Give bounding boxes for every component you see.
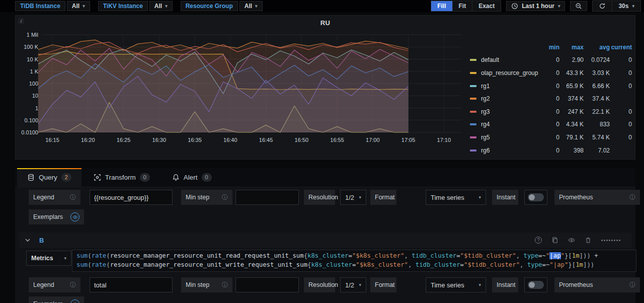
legend-row[interactable]: rg404.34 K8330 — [470, 118, 632, 131]
legend-value-max: 374 K — [559, 95, 584, 102]
x-axis-tick: 17:10 — [437, 137, 451, 143]
legend-value-min: 0 — [540, 121, 559, 128]
collapse-chevron-icon[interactable] — [23, 236, 32, 245]
promql-line[interactable]: sum(rate(resource_manager_resource_unit_… — [76, 261, 632, 270]
tab-count-badge: 0 — [202, 173, 212, 182]
legend-field-label: Legend ⓘ — [29, 190, 80, 205]
exemplars-field-label: Exemplars — [29, 209, 84, 224]
y-axis-tick: 1 K — [30, 68, 38, 74]
series-name[interactable]: olap_resource_group — [479, 69, 540, 77]
legend-header-max[interactable]: max — [559, 44, 584, 51]
refresh-interval-label: 30s — [618, 3, 628, 10]
format-select[interactable]: Time series ▾ — [426, 190, 486, 205]
series-name[interactable]: default — [479, 56, 540, 63]
legend-value-max: 398 — [559, 147, 584, 154]
promql-token: k8s_cluster — [311, 261, 352, 268]
promql-token: resource_manager_resource_unit_read_requ… — [110, 252, 304, 259]
refresh-interval-dropdown[interactable]: 30s ▾ — [612, 1, 640, 11]
tab-transform[interactable]: Transform 0 — [84, 168, 160, 187]
legend-row[interactable]: olap_resource_group043.3 K3.03 K0 — [470, 66, 632, 80]
legend-row[interactable]: rg5079.1 K5.74 K0 — [470, 131, 632, 144]
chevron-down-icon: ▾ — [558, 4, 560, 9]
x-axis-tick: 16:55 — [330, 137, 344, 143]
promql-expression-editor[interactable]: sum(rate(resource_manager_resource_unit_… — [72, 250, 636, 272]
legend-value-min: 0 — [540, 83, 559, 90]
query-a-exemplars-row: Exemplars — [29, 209, 84, 224]
series-color-swatch — [470, 111, 476, 113]
legend-row[interactable]: default02.900.07240 — [470, 54, 632, 67]
legend-value-min: 0 — [540, 134, 559, 141]
hide-query-eye-icon[interactable] — [568, 237, 575, 244]
instant-toggle[interactable] — [524, 190, 547, 205]
legend-row[interactable]: rg30247 K22.1 K0 — [470, 105, 632, 118]
resolution-select[interactable]: 1/2 ▾ — [340, 277, 366, 292]
info-icon[interactable]: ⓘ — [70, 281, 76, 289]
series-name[interactable]: rg2 — [479, 95, 540, 102]
min-step-input[interactable] — [235, 190, 299, 205]
promql-token: ] — [580, 252, 583, 259]
variable-dropdown[interactable]: All ▾ — [67, 1, 90, 11]
legend-value-avg: 22.1 K — [584, 108, 610, 115]
instant-toggle[interactable] — [524, 277, 547, 292]
variable-dropdown[interactable]: All ▾ — [149, 1, 173, 11]
y-axis-tick: 0.0100 — [21, 129, 38, 135]
help-icon[interactable]: ? — [535, 237, 542, 244]
zoom-out-button[interactable] — [570, 1, 587, 11]
promql-token: =~ — [542, 261, 550, 268]
x-axis-tick: 16:40 — [223, 137, 237, 143]
time-range-picker[interactable]: Last 1 hour ▾ — [506, 1, 565, 11]
fit-button[interactable]: Fit — [453, 1, 473, 11]
series-name[interactable]: rg5 — [479, 134, 540, 141]
exact-button[interactable]: Exact — [472, 1, 501, 11]
legend-header-min[interactable]: min — [540, 44, 559, 51]
variable-value: All — [245, 3, 252, 10]
tab-label: Transform — [105, 174, 136, 181]
series-name[interactable]: rg6 — [479, 147, 540, 154]
legend-row[interactable]: rg603987.02 — [470, 144, 632, 157]
legend-value-min: 0 — [540, 108, 559, 115]
series-name[interactable]: rg1 — [479, 83, 540, 90]
resolution-select[interactable]: 1/2 ▾ — [340, 190, 366, 205]
metrics-dropdown-button[interactable]: Metrics ▾ — [26, 251, 71, 266]
format-field-label: Format — [370, 277, 396, 292]
tab-query[interactable]: Query 2 — [17, 168, 82, 187]
chevron-down-icon: ▾ — [165, 4, 168, 9]
legend-input[interactable] — [90, 277, 173, 292]
legend-row[interactable]: rg20374 K37.4 K — [470, 92, 632, 105]
query-b-header[interactable]: B ? — [19, 233, 631, 248]
refresh-button[interactable] — [593, 1, 612, 11]
legend-value-current: 0 — [610, 83, 632, 90]
series-color-swatch — [470, 85, 476, 87]
drag-handle-icon[interactable] — [601, 240, 620, 241]
info-icon[interactable]: ⓘ — [70, 193, 76, 202]
format-select[interactable]: Time series ▾ — [426, 277, 486, 292]
legend-value-avg: 3.03 K — [584, 69, 610, 77]
delete-query-trash-icon[interactable] — [585, 237, 592, 244]
chevron-down-icon: ▾ — [83, 4, 85, 9]
info-icon[interactable]: ⓘ — [222, 193, 228, 202]
min-step-input[interactable] — [235, 277, 299, 292]
series-name[interactable]: rg4 — [479, 121, 540, 128]
info-icon[interactable]: ⓘ — [629, 281, 635, 289]
legend-header-current[interactable]: current — [610, 44, 632, 51]
info-icon[interactable]: ⓘ — [222, 281, 228, 289]
series-name[interactable]: rg3 — [479, 108, 540, 115]
time-series-chart[interactable]: 16:1516:2016:2516:3016:3516:4016:4516:50… — [16, 29, 475, 156]
exemplars-eye-icon[interactable] — [70, 212, 79, 221]
promql-line[interactable]: sum(rate(resource_manager_resource_unit_… — [76, 252, 632, 261]
database-icon — [27, 174, 35, 181]
panel-title[interactable]: RU — [16, 19, 635, 27]
legend-input[interactable] — [90, 190, 173, 205]
info-icon[interactable]: ⓘ — [629, 193, 635, 202]
y-axis-tick: 0.100 — [24, 117, 38, 123]
legend-row[interactable]: rg1065.9 K6.66 K0 — [470, 80, 632, 93]
promql-token: " — [561, 252, 565, 259]
exemplars-eye-icon[interactable] — [70, 299, 79, 303]
legend-value-max: 79.1 K — [559, 134, 584, 141]
variable-dropdown[interactable]: All ▾ — [239, 1, 263, 11]
fill-button[interactable]: Fill — [431, 1, 452, 11]
duplicate-icon[interactable] — [551, 237, 558, 244]
legend-header-avg[interactable]: avg — [584, 44, 610, 51]
tab-alert[interactable]: Alert 0 — [162, 168, 222, 187]
variable-tikv-instance: TiKV Instance All ▾ — [98, 1, 173, 11]
